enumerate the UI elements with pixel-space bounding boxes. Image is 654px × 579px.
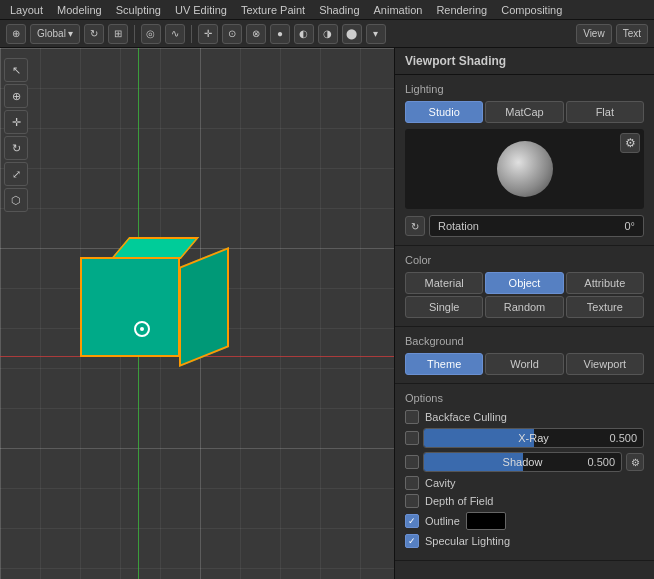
cavity-label: Cavity <box>425 477 456 489</box>
menu-rendering[interactable]: Rendering <box>430 2 493 18</box>
color-random-btn[interactable]: Random <box>485 296 563 318</box>
shadow-value: 0.500 <box>587 456 615 468</box>
specular-checkbox[interactable]: ✓ <box>405 534 419 548</box>
shadow-slider-label: Shadow <box>503 456 543 468</box>
select-tool-btn[interactable]: ↖ <box>4 58 28 82</box>
toolbar-snap-icon[interactable]: ⊞ <box>108 24 128 44</box>
xray-slider[interactable]: X-Ray 0.500 <box>423 428 644 448</box>
toolbar-view-icon[interactable]: ⊙ <box>222 24 242 44</box>
shadow-row: Shadow 0.500 ⚙ <box>405 452 644 472</box>
viewport-left-toolbar: ↖ ⊕ ✛ ↻ ⤢ ⬡ <box>4 58 28 212</box>
menu-texture-paint[interactable]: Texture Paint <box>235 2 311 18</box>
toolbar-overlay-icon[interactable]: ⊗ <box>246 24 266 44</box>
cube-mesh <box>70 237 230 377</box>
lighting-sphere[interactable] <box>497 141 553 197</box>
shadow-slider[interactable]: Shadow 0.500 <box>423 452 622 472</box>
outline-label: Outline <box>425 515 460 527</box>
lighting-matcap-btn[interactable]: MatCap <box>485 101 563 123</box>
color-object-btn[interactable]: Object <box>485 272 563 294</box>
cavity-row: Cavity <box>405 476 644 490</box>
backface-culling-checkbox[interactable] <box>405 410 419 424</box>
origin-dot-inner <box>140 327 144 331</box>
panel-header: Viewport Shading <box>395 48 654 75</box>
specular-label: Specular Lighting <box>425 535 510 547</box>
background-label: Background <box>405 335 644 347</box>
toolbar-material-icon[interactable]: ◑ <box>318 24 338 44</box>
toolbar-proportional-icon[interactable]: ◎ <box>141 24 161 44</box>
shadow-toggle[interactable] <box>405 455 419 469</box>
color-single-btn[interactable]: Single <box>405 296 483 318</box>
rotate-tool-btn[interactable]: ↻ <box>4 136 28 160</box>
xray-value: 0.500 <box>609 432 637 444</box>
backface-culling-label: Backface Culling <box>425 411 507 423</box>
backface-culling-row: Backface Culling <box>405 410 644 424</box>
view-label: View <box>583 28 605 39</box>
rotation-icon[interactable]: ↻ <box>405 216 425 236</box>
menu-shading[interactable]: Shading <box>313 2 365 18</box>
background-section: Background Theme World Viewport <box>395 327 654 384</box>
scale-tool-btn[interactable]: ⤢ <box>4 162 28 186</box>
cursor-tool-btn[interactable]: ⊕ <box>4 84 28 108</box>
bg-viewport-btn[interactable]: Viewport <box>566 353 644 375</box>
toolbar-render-mode-icon[interactable]: ● <box>270 24 290 44</box>
outline-row: ✓ Outline <box>405 512 644 530</box>
lighting-studio-btn[interactable]: Studio <box>405 101 483 123</box>
menu-compositing[interactable]: Compositing <box>495 2 568 18</box>
move-tool-btn[interactable]: ✛ <box>4 110 28 134</box>
panel-title: Viewport Shading <box>405 54 506 68</box>
menu-layout[interactable]: Layout <box>4 2 49 18</box>
sphere-settings-btn[interactable]: ⚙ <box>620 133 640 153</box>
3d-cube-object[interactable] <box>70 237 230 377</box>
toolbar-sep-1 <box>134 25 135 43</box>
color-texture-btn[interactable]: Texture <box>566 296 644 318</box>
3d-viewport[interactable]: ↖ ⊕ ✛ ↻ ⤢ ⬡ <box>0 48 394 579</box>
toolbar-shading-dropdown[interactable]: ▾ <box>366 24 386 44</box>
xray-fill <box>424 429 534 447</box>
menu-uv-editing[interactable]: UV Editing <box>169 2 233 18</box>
menu-modeling[interactable]: Modeling <box>51 2 108 18</box>
global-label: Global <box>37 28 66 39</box>
cube-front-face <box>80 257 180 357</box>
color-material-btn[interactable]: Material <box>405 272 483 294</box>
main-toolbar: ⊕ Global ▾ ↻ ⊞ ◎ ∿ ✛ ⊙ ⊗ ● ◐ ◑ ⬤ ▾ View … <box>0 20 654 48</box>
top-menu-bar: Layout Modeling Sculpting UV Editing Tex… <box>0 0 654 20</box>
cube-top-face <box>110 237 198 259</box>
menu-sculpting[interactable]: Sculpting <box>110 2 167 18</box>
dof-checkbox[interactable] <box>405 494 419 508</box>
bg-theme-btn[interactable]: Theme <box>405 353 483 375</box>
bg-world-btn[interactable]: World <box>485 353 563 375</box>
side-panel: Viewport Shading Lighting Studio MatCap … <box>394 48 654 579</box>
global-selector[interactable]: Global ▾ <box>30 24 80 44</box>
color-btn-group-2: Single Random Texture <box>405 296 644 318</box>
xray-toggle[interactable] <box>405 431 419 445</box>
color-attribute-btn[interactable]: Attribute <box>566 272 644 294</box>
xray-slider-label: X-Ray <box>518 432 549 444</box>
specular-row: ✓ Specular Lighting <box>405 534 644 548</box>
origin-indicator <box>134 321 150 337</box>
outline-checkbox[interactable]: ✓ <box>405 514 419 528</box>
lighting-section: Lighting Studio MatCap Flat ⚙ ↻ Rotation… <box>395 75 654 246</box>
options-label: Options <box>405 392 644 404</box>
toolbar-icon-1[interactable]: ⊕ <box>6 24 26 44</box>
transform-tool-btn[interactable]: ⬡ <box>4 188 28 212</box>
shadow-gear-btn[interactable]: ⚙ <box>626 453 644 471</box>
cavity-checkbox[interactable] <box>405 476 419 490</box>
toolbar-wave-icon[interactable]: ∿ <box>165 24 185 44</box>
toolbar-cursor-icon[interactable]: ✛ <box>198 24 218 44</box>
toolbar-rendered-icon[interactable]: ⬤ <box>342 24 362 44</box>
rotation-field[interactable]: Rotation 0° <box>429 215 644 237</box>
color-label: Color <box>405 254 644 266</box>
dof-row: Depth of Field <box>405 494 644 508</box>
lighting-label: Lighting <box>405 83 644 95</box>
sphere-preview-area: ⚙ <box>405 129 644 209</box>
view-button[interactable]: View <box>576 24 612 44</box>
rotation-label: Rotation <box>438 220 479 232</box>
color-section: Color Material Object Attribute Single R… <box>395 246 654 327</box>
toolbar-solid-icon[interactable]: ◐ <box>294 24 314 44</box>
text-button[interactable]: Text <box>616 24 648 44</box>
toolbar-transform-icon[interactable]: ↻ <box>84 24 104 44</box>
lighting-flat-btn[interactable]: Flat <box>566 101 644 123</box>
outline-color-box[interactable] <box>466 512 506 530</box>
menu-animation[interactable]: Animation <box>368 2 429 18</box>
toolbar-sep-2 <box>191 25 192 43</box>
